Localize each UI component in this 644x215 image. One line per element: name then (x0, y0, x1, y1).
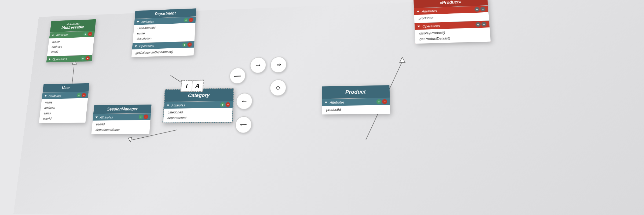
add-operation-button[interactable]: + (182, 42, 187, 47)
product-red-operations-section: Operations + − displayProduct() getProdu… (415, 20, 491, 44)
class-product-red-name: «Product» (440, 0, 461, 5)
attr-name: name (45, 99, 84, 105)
collapse-arrow-icon (417, 26, 420, 27)
attr-departmentname: departmentName (95, 127, 146, 133)
collapse-arrow-icon (417, 10, 419, 12)
class-product: Product Attributes + − productId (322, 85, 390, 114)
collapse-arrow-icon (95, 116, 98, 118)
session-manager-attributes-section: Attributes + − userId departmentName (91, 113, 151, 134)
attr-userid: userId (96, 121, 146, 127)
add-attribute-button[interactable]: + (83, 32, 88, 36)
class-product-name: Product (345, 89, 366, 95)
class-user-name: User (62, 85, 70, 90)
add-attribute-button[interactable]: + (76, 93, 81, 98)
operations-label: Operations (422, 24, 440, 28)
iaddressable-attributes-section: Attributes + − name address email (47, 31, 95, 56)
class-department: Department Attributes + − departmentId n… (131, 8, 196, 57)
diagram-canvas: «interface» IAddressable Attributes + − … (13, 0, 644, 215)
session-manager-attributes-header: Attributes + − (93, 113, 151, 121)
char-I: I (181, 80, 192, 92)
text-input-box[interactable]: I A (180, 80, 204, 92)
tool-diamond[interactable]: ◇ (270, 79, 287, 96)
operations-label: Operations (52, 57, 67, 61)
collapse-arrow-icon (44, 95, 47, 96)
attributes-label: Attributes (49, 94, 61, 97)
remove-attribute-button[interactable]: − (144, 114, 148, 119)
attr-categoryid: categoryId (168, 109, 229, 115)
attributes-label: Attributes (330, 100, 345, 105)
class-category-name: Category (188, 92, 210, 98)
collapse-arrow-icon (167, 104, 169, 106)
add-attribute-button[interactable]: + (474, 7, 480, 12)
remove-operation-button[interactable]: − (481, 22, 487, 27)
iaddressable-operations-header: Operations + − (46, 55, 92, 62)
collapse-arrow-icon (52, 34, 54, 36)
attributes-label: Attributes (171, 103, 185, 107)
attributes-label: Attributes (141, 20, 154, 24)
class-product-header: Product (322, 85, 390, 99)
class-iaddressable-header: «interface» IAddressable (50, 19, 96, 32)
remove-attribute-button[interactable]: − (189, 18, 193, 22)
category-attributes-section: Attributes + − categoryId departmentId (163, 101, 233, 123)
add-operation-button[interactable]: + (80, 56, 85, 60)
category-attributes-body: categoryId departmentId (163, 108, 233, 123)
svg-marker-6 (400, 57, 405, 63)
add-attribute-button[interactable]: + (220, 102, 225, 107)
add-operation-button[interactable]: + (475, 22, 481, 27)
iaddressable-operations-section: Operations + − (46, 55, 93, 62)
class-user-header: User (43, 83, 89, 92)
attr-address: address (44, 105, 83, 111)
user-attributes-body: name address email userId (39, 98, 88, 123)
collapse-arrow-icon (137, 21, 139, 23)
department-attributes-section: Attributes + − departmentId name descrip… (133, 16, 196, 43)
tool-line[interactable]: — (229, 67, 246, 84)
add-attribute-button[interactable]: + (376, 99, 382, 104)
class-iaddressable: «interface» IAddressable Attributes + − … (46, 19, 96, 63)
department-attributes-body: departmentId name description (133, 23, 195, 43)
iaddressable-attributes-body: name address email (47, 37, 94, 56)
class-session-manager-name: SessionManager (107, 107, 138, 111)
tool-arrow-right[interactable]: → (250, 57, 266, 73)
add-attribute-button[interactable]: + (138, 114, 143, 119)
remove-attribute-button[interactable]: − (82, 93, 86, 97)
attr-productid: productId (419, 13, 485, 22)
attr-userid: userId (43, 116, 82, 122)
expand-arrow-icon (49, 58, 51, 61)
class-user: User Attributes + − name address email u… (39, 83, 89, 123)
remove-attribute-button[interactable]: − (382, 99, 387, 104)
attr-departmentid: departmentId (167, 115, 228, 121)
collapse-arrow-icon (325, 102, 327, 103)
char-A: A (192, 80, 203, 91)
remove-attribute-button[interactable]: − (480, 7, 485, 12)
category-attributes-header: Attributes + − (164, 101, 233, 109)
class-session-manager-header: SessionManager (93, 105, 152, 114)
product-red-attributes-section: Attributes + − productId (414, 5, 489, 23)
remove-operation-button[interactable]: − (187, 42, 192, 47)
remove-attribute-button[interactable]: − (225, 102, 230, 107)
attr-email: email (43, 110, 83, 116)
user-attributes-header: Attributes + − (42, 92, 89, 99)
tool-dashed-arrow[interactable]: ⇒ (270, 56, 287, 73)
op-getcategoryindepartment: getCategoryInDepartment() (135, 49, 190, 56)
class-product-red: «Product» Attributes + − productId (414, 0, 491, 44)
attr-productid: productId (326, 106, 386, 113)
attributes-label: Attributes (100, 115, 113, 119)
tool-dashed-arrow-left[interactable]: ⟵ (235, 116, 252, 133)
product-red-operations-body: displayProduct() getProductDetails() (415, 27, 491, 44)
operations-label: Operations (139, 44, 154, 48)
attr-email: email (51, 48, 89, 55)
attributes-label: Attributes (56, 33, 68, 37)
class-session-manager: SessionManager Attributes + − userId dep… (91, 105, 151, 134)
user-attributes-section: Attributes + − name address email userId (39, 92, 89, 123)
tool-arrow-left[interactable]: ← (236, 93, 253, 110)
collapse-arrow-icon (135, 45, 137, 47)
remove-attribute-button[interactable]: − (88, 32, 93, 36)
attributes-label: Attributes (422, 9, 437, 13)
add-attribute-button[interactable]: + (184, 18, 188, 22)
svg-marker-4 (128, 137, 132, 142)
department-operations-section: Operations + − getCategoryInDepartment() (131, 41, 195, 57)
class-category: Category Attributes + − categoryId depar… (162, 88, 234, 123)
remove-operation-button[interactable]: − (85, 56, 90, 60)
product-attributes-header: Attributes + − (322, 98, 390, 106)
product-attributes-body: productId (322, 105, 390, 114)
